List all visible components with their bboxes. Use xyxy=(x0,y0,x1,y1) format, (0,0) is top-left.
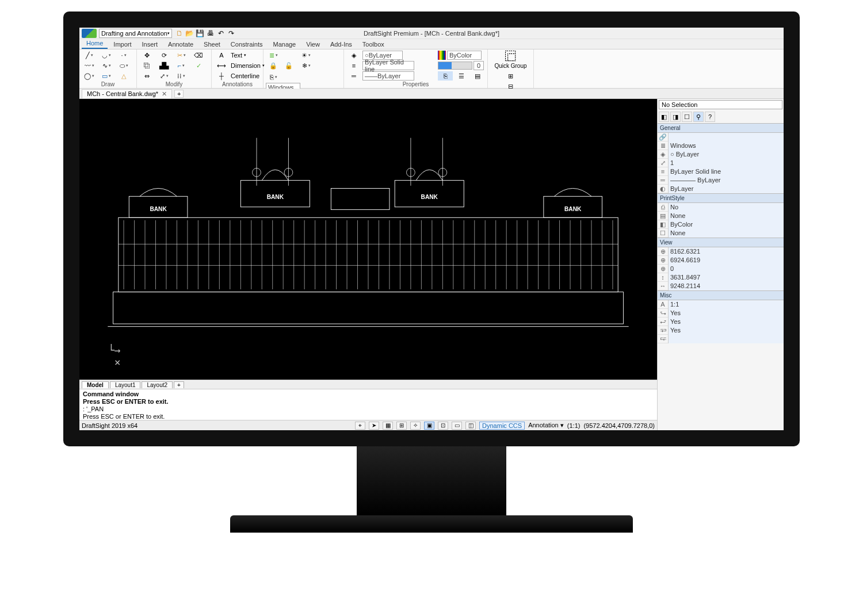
transparency-value-box[interactable]: 0 xyxy=(473,61,484,70)
property-value[interactable]: Yes xyxy=(668,326,784,335)
property-row[interactable]: ☐None xyxy=(658,229,784,238)
property-value[interactable]: ByLayer Solid line xyxy=(668,167,784,176)
status-polar-icon[interactable]: ✧ xyxy=(410,422,421,430)
property-value[interactable] xyxy=(668,133,784,141)
explode-tool[interactable]: ✓ xyxy=(191,61,206,70)
add-layout-tab[interactable]: + xyxy=(174,381,184,388)
erase-tool[interactable]: ⌫ xyxy=(191,51,206,60)
open-file-icon[interactable]: 📂 xyxy=(185,29,194,38)
tab-manage[interactable]: Manage xyxy=(268,40,300,49)
property-row[interactable]: A1:1 xyxy=(658,300,784,309)
new-file-icon[interactable]: 🗋 xyxy=(175,29,184,38)
transparency-slider[interactable] xyxy=(438,62,472,70)
color-picker-icon[interactable] xyxy=(438,51,446,60)
undo-icon[interactable]: ↶ xyxy=(216,29,226,38)
status-etrack-icon[interactable]: ⊡ xyxy=(438,422,448,430)
property-row[interactable]: ↕3631.8497 xyxy=(658,273,784,282)
scale-tool[interactable]: ⤢ xyxy=(156,71,171,81)
property-value[interactable]: 9248.2114 xyxy=(668,282,784,290)
status-ortho-icon[interactable]: ⊞ xyxy=(396,422,407,430)
tab-sheet[interactable]: Sheet xyxy=(199,40,225,49)
property-value[interactable]: 6924.6619 xyxy=(668,256,784,265)
status-model-icon[interactable]: ◫ xyxy=(465,422,476,430)
move-tool[interactable]: ✥ xyxy=(139,51,154,60)
property-value[interactable] xyxy=(668,335,784,343)
print-icon[interactable]: 🖶 xyxy=(206,29,215,38)
property-value[interactable]: 0 xyxy=(668,265,784,273)
match-props-icon[interactable]: ⎘ xyxy=(438,71,453,81)
property-value[interactable]: ByLayer xyxy=(668,185,784,193)
property-value[interactable]: Yes xyxy=(668,317,784,326)
centerline-tool[interactable]: ┼ xyxy=(214,71,229,81)
status-grid-icon[interactable]: ▦ xyxy=(383,422,393,430)
color-combo[interactable]: ByColor xyxy=(447,51,482,60)
props-help-icon[interactable]: ? xyxy=(705,112,715,122)
lineweight-icon[interactable]: ═ xyxy=(346,71,361,81)
property-value[interactable]: 1 xyxy=(668,159,784,167)
property-value[interactable]: 8162.6321 xyxy=(668,247,784,256)
quick-group-button[interactable]: ⿸ Quick Group xyxy=(492,51,529,69)
linetype-icon[interactable]: ≡ xyxy=(346,61,361,70)
status-lwt-icon[interactable]: ▭ xyxy=(452,422,462,430)
layer-manager[interactable]: ≣ xyxy=(266,51,281,60)
tab-annotate[interactable]: Annotate xyxy=(163,40,198,49)
tab-import[interactable]: Import xyxy=(109,40,136,49)
props-quickselect-icon[interactable]: ⚲ xyxy=(693,112,704,122)
property-row[interactable]: 🔗 xyxy=(658,133,784,141)
props-section-view[interactable]: View xyxy=(658,238,784,247)
fillet-tool[interactable]: ⌐ xyxy=(174,61,189,70)
copy-tool[interactable]: ⿻ xyxy=(139,61,154,70)
layer-iso[interactable]: ☀ xyxy=(299,51,314,60)
status-annotation[interactable]: Annotation ▾ xyxy=(528,422,564,429)
layer-freeze[interactable]: ❄ xyxy=(299,61,314,70)
linetype-combo[interactable]: ByLayer Solid line xyxy=(362,61,414,70)
drawing-canvas[interactable]: BANK BANK BANK BANK └→ × xyxy=(79,99,657,380)
tab-home[interactable]: Home xyxy=(82,39,108,49)
property-value[interactable]: 1:1 xyxy=(668,300,784,309)
property-row[interactable]: ≣Windows xyxy=(658,141,784,150)
layer-lock-icon[interactable]: 🔒 xyxy=(266,61,281,70)
property-row[interactable]: ═———— ByLayer xyxy=(658,176,784,185)
properties-header[interactable]: No Selection xyxy=(659,100,782,109)
workspace-selector[interactable]: Drafting and Annotation ▾ xyxy=(99,29,172,38)
property-value[interactable]: ○ ByLayer xyxy=(668,150,784,159)
status-esnap-icon[interactable]: ▣ xyxy=(424,422,434,430)
property-value[interactable]: None xyxy=(668,229,784,238)
property-row[interactable]: ⤢1 xyxy=(658,159,784,167)
spline-tool[interactable]: ∿ xyxy=(99,61,114,70)
props-filter-icon[interactable]: ◧ xyxy=(659,112,669,122)
circle-tool[interactable]: ◯ xyxy=(82,71,97,81)
dimension-tool[interactable]: ⟷ xyxy=(214,61,229,70)
property-row[interactable]: ⊕8162.6321 xyxy=(658,247,784,256)
layer-match[interactable]: ⎘ xyxy=(266,72,281,82)
property-row[interactable]: ⮐Yes xyxy=(658,317,784,326)
property-value[interactable]: Windows xyxy=(668,141,784,150)
property-row[interactable]: ⊕6924.6619 xyxy=(658,256,784,265)
model-tab-layout2[interactable]: Layout2 xyxy=(142,381,173,388)
property-value[interactable]: None xyxy=(668,212,784,220)
tab-addins[interactable]: Add-Ins xyxy=(326,40,357,49)
props-select-icon[interactable]: ☐ xyxy=(682,112,692,122)
linecolor-icon[interactable]: ◈ xyxy=(346,51,361,60)
list-icon[interactable]: ☰ xyxy=(454,71,469,81)
status-cursor-icon[interactable]: ➤ xyxy=(369,422,379,430)
props-section-general[interactable]: General xyxy=(658,123,784,133)
property-row[interactable]: ↔9248.2114 xyxy=(658,282,784,290)
command-window[interactable]: Command window Press ESC or ENTER to exi… xyxy=(79,389,657,420)
rect-tool[interactable]: ▭ xyxy=(99,71,114,81)
lineweight-combo[interactable]: —— ByLayer xyxy=(362,71,414,81)
mirror-tool[interactable]: ▟▙ xyxy=(156,61,171,70)
line-tool[interactable]: ╱ xyxy=(82,51,97,60)
close-tab-icon[interactable]: ✕ xyxy=(162,90,167,98)
property-row[interactable]: ◧ByColor xyxy=(658,220,784,229)
text-tool[interactable]: A xyxy=(214,51,229,60)
property-value[interactable]: 3631.8497 xyxy=(668,273,784,282)
tab-constraints[interactable]: Constraints xyxy=(226,40,268,49)
props-section-printstyle[interactable]: PrintStyle xyxy=(658,193,784,203)
array-tool[interactable]: ⁞⁞ xyxy=(174,71,189,81)
status-snap-icon[interactable]: ⌖ xyxy=(355,422,365,430)
property-row[interactable]: ⮒Yes xyxy=(658,326,784,335)
new-document-tab[interactable]: + xyxy=(174,90,184,98)
polyline-tool[interactable]: 〰 xyxy=(82,61,97,70)
properties-icon[interactable]: ▤ xyxy=(470,71,485,81)
